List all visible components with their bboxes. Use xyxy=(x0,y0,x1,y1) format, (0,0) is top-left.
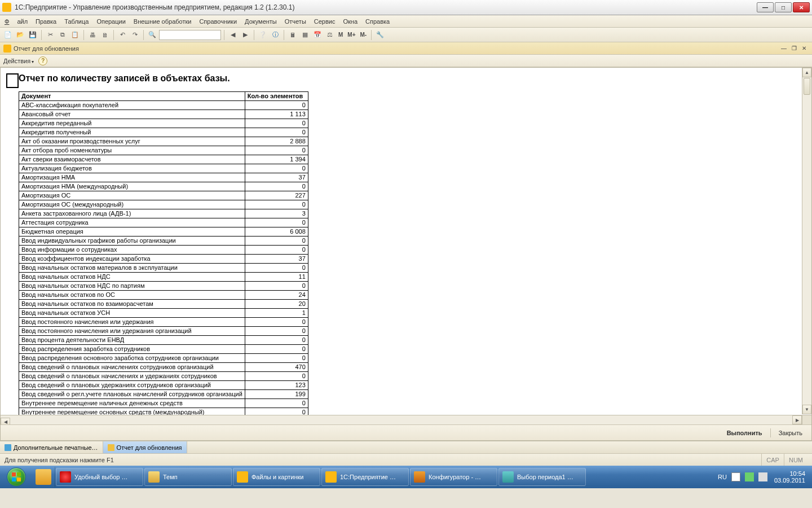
open-icon[interactable]: 📂 xyxy=(15,29,26,41)
table-row[interactable]: Ввод начальных остатков материалов в экс… xyxy=(19,264,308,273)
start-button[interactable] xyxy=(1,467,32,487)
close-button[interactable]: ✕ xyxy=(793,2,810,12)
action-help-button[interactable]: ? xyxy=(38,56,47,65)
cut-icon[interactable]: ✂ xyxy=(45,29,56,41)
close-form-button[interactable]: Закрыть xyxy=(775,428,806,437)
table-row[interactable]: Ввод начальных остатков по ОС24 xyxy=(19,291,308,300)
menu-help[interactable]: Справка xyxy=(365,18,390,25)
doc-restore-button[interactable]: ❐ xyxy=(789,45,798,52)
menu-refs[interactable]: Справочники xyxy=(199,18,237,25)
grid-icon[interactable]: ▦ xyxy=(299,29,311,41)
mdi-tab-report[interactable]: Отчет для обновления xyxy=(103,441,187,453)
menu-reports[interactable]: Отчеты xyxy=(285,18,306,25)
task-temp[interactable]: Темп xyxy=(144,468,232,486)
table-row[interactable]: Амортизация ОС (международный)0 xyxy=(19,200,308,209)
tray-sound-icon[interactable] xyxy=(758,472,767,481)
table-row[interactable]: Ввод начальных остатков УСН1 xyxy=(19,309,308,318)
menu-windows[interactable]: Окна xyxy=(343,18,358,25)
horizontal-scrollbar[interactable]: ◀ ▶ xyxy=(1,415,802,424)
menu-file[interactable]: Файл xyxy=(5,18,28,25)
mem-minus-button[interactable]: M- xyxy=(359,29,369,41)
search-input[interactable] xyxy=(159,30,221,40)
table-row[interactable]: Ввод начальных остатков по взаиморасчета… xyxy=(19,300,308,309)
info-icon[interactable]: ⓘ xyxy=(270,29,281,41)
task-1c-enterprise[interactable]: 1С:Предприятие … xyxy=(321,468,409,486)
tray-network-icon[interactable] xyxy=(745,472,754,481)
save-icon[interactable]: 💾 xyxy=(27,29,38,41)
table-row[interactable]: Бюджетная операция6 008 xyxy=(19,227,308,237)
table-row[interactable]: Ввод начальных остатков НДС11 xyxy=(19,273,308,282)
table-row[interactable]: Актуализация бюджетов0 xyxy=(19,164,308,173)
scroll-up-button[interactable]: ▲ xyxy=(802,68,811,77)
mem-recall-button[interactable]: M xyxy=(337,29,345,41)
nav-back-icon[interactable]: ◀ xyxy=(227,29,239,41)
actions-menu-button[interactable]: Действия▾ xyxy=(3,58,34,64)
menu-service[interactable]: Сервис xyxy=(314,18,336,25)
calc-icon[interactable]: 🖩 xyxy=(287,29,298,41)
menu-external[interactable]: Внешние обработки xyxy=(134,18,192,25)
tray-lang[interactable]: RU xyxy=(718,474,727,480)
table-row[interactable]: Внутреннее перемещение наличных денежных… xyxy=(19,399,308,408)
table-row[interactable]: Ввод постоянного начисления или удержани… xyxy=(19,318,308,327)
run-button[interactable]: Выполнить xyxy=(723,428,766,437)
table-row[interactable]: Ввод постоянного начисления или удержани… xyxy=(19,327,308,336)
pinned-libraries[interactable] xyxy=(32,467,55,487)
settings-icon[interactable]: 🔧 xyxy=(374,29,386,41)
table-row[interactable]: Анкета застрахованного лица (АДВ-1)3 xyxy=(19,209,308,218)
new-icon[interactable]: 📄 xyxy=(2,29,14,41)
menu-docs[interactable]: Документы xyxy=(245,18,277,25)
scroll-left-button[interactable]: ◀ xyxy=(1,418,10,425)
tray-flag-icon[interactable] xyxy=(731,472,740,481)
scroll-thumb[interactable] xyxy=(804,78,810,95)
table-row[interactable]: Ввод распределения основного заработка с… xyxy=(19,354,308,363)
balance-icon[interactable]: ⚖ xyxy=(324,29,336,41)
paste-icon[interactable]: 📋 xyxy=(69,29,81,41)
table-row[interactable]: Амортизация НМА (международный)0 xyxy=(19,182,308,191)
table-row[interactable]: Ввод коэффициентов индексации заработка3… xyxy=(19,255,308,264)
table-row[interactable]: АВС-классификация покупателей0 xyxy=(19,101,308,110)
preview-icon[interactable]: 🗎 xyxy=(99,29,111,41)
vertical-scrollbar[interactable]: ▲ ▼ xyxy=(802,68,811,414)
task-configurator[interactable]: Конфигуратор - … xyxy=(410,468,497,486)
menu-operations[interactable]: Операции xyxy=(96,18,125,25)
table-row[interactable]: Амортизация ОС227 xyxy=(19,191,308,200)
table-row[interactable]: Аккредитив переданный0 xyxy=(19,119,308,128)
scroll-right-button[interactable]: ▶ xyxy=(792,415,802,424)
table-row[interactable]: Аттестация сотрудника0 xyxy=(19,218,308,227)
calendar-icon[interactable]: 📅 xyxy=(312,29,323,41)
table-row[interactable]: Ввод сведений о регл.учете плановых начи… xyxy=(19,390,308,399)
task-files[interactable]: Файлы и картинки xyxy=(233,468,320,486)
table-row[interactable]: Акт сверки взаиморасчетов1 394 xyxy=(19,155,308,164)
tray-clock[interactable]: 10:54 03.09.2011 xyxy=(772,470,807,484)
copy-icon[interactable]: ⧉ xyxy=(57,29,68,41)
table-row[interactable]: Ввод сведений о плановых начислениях и у… xyxy=(19,372,308,381)
scroll-down-button[interactable]: ▼ xyxy=(802,405,811,414)
table-row[interactable]: Амортизация НМА37 xyxy=(19,173,308,182)
menu-table[interactable]: Таблица xyxy=(64,18,89,25)
doc-minimize-button[interactable]: — xyxy=(779,45,788,52)
redo-icon[interactable]: ↷ xyxy=(129,29,140,41)
table-row[interactable]: Ввод начальных остатков НДС по партиям0 xyxy=(19,282,308,291)
print-icon[interactable]: 🖶 xyxy=(87,29,98,41)
minimize-button[interactable]: — xyxy=(757,2,774,12)
help-icon[interactable]: ❔ xyxy=(257,29,268,41)
table-row[interactable]: Ввод процента деятельности ЕНВД0 xyxy=(19,336,308,345)
table-row[interactable]: Акт отбора проб номенклатуры0 xyxy=(19,146,308,155)
task-opera[interactable]: Удобный выбор … xyxy=(56,468,143,486)
nav-fwd-icon[interactable]: ▶ xyxy=(240,29,251,41)
table-row[interactable]: Ввод информации о сотрудниках0 xyxy=(19,246,308,255)
table-row[interactable]: Ввод сведений о плановых начислениях сот… xyxy=(19,363,308,372)
mem-plus-button[interactable]: M+ xyxy=(346,29,357,41)
search-icon[interactable]: 🔍 xyxy=(147,29,158,41)
table-row[interactable]: Аккредитив полученный0 xyxy=(19,128,308,137)
menu-edit[interactable]: Правка xyxy=(36,18,56,25)
doc-close-button[interactable]: ✕ xyxy=(800,45,809,52)
maximize-button[interactable]: □ xyxy=(775,2,792,12)
table-row[interactable]: Акт об оказании производственных услуг2 … xyxy=(19,137,308,146)
table-row[interactable]: Ввод распределения заработка сотрудников… xyxy=(19,345,308,354)
table-row[interactable]: Авансовый отчет1 113 xyxy=(19,110,308,119)
table-row[interactable]: Ввод индивидуальных графиков работы орга… xyxy=(19,237,308,246)
mdi-tab-print-forms[interactable]: Дополнительные печатные… xyxy=(0,441,103,453)
table-row[interactable]: Ввод сведений о плановых удержаниях сотр… xyxy=(19,381,308,390)
undo-icon[interactable]: ↶ xyxy=(117,29,128,41)
